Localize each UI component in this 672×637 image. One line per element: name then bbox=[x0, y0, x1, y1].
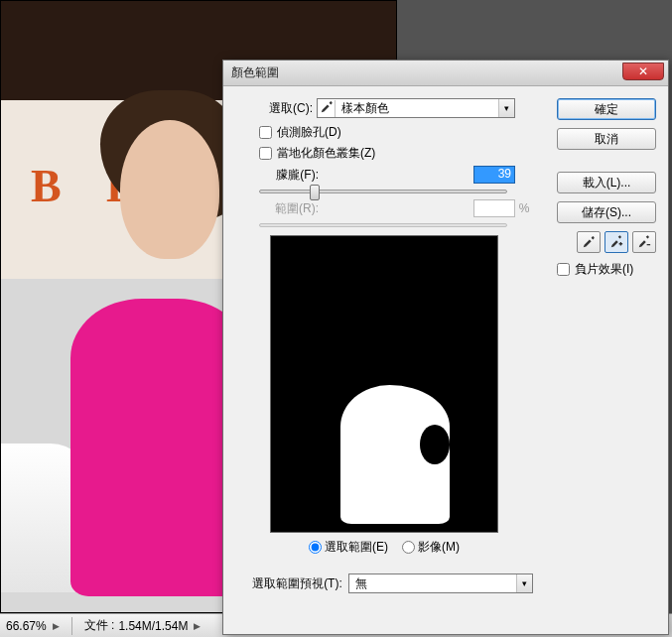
radio-image-input[interactable] bbox=[402, 541, 415, 554]
cancel-button[interactable]: 取消 bbox=[557, 128, 656, 150]
detect-faces-checkbox[interactable]: 偵測臉孔(D) bbox=[259, 124, 533, 141]
range-label: 範圍(R): bbox=[259, 200, 319, 217]
invert-label: 負片效果(I) bbox=[575, 261, 633, 278]
fuzziness-slider[interactable] bbox=[259, 190, 507, 193]
bg-letter: B bbox=[31, 160, 62, 212]
radio-selection[interactable]: 選取範圍(E) bbox=[309, 539, 388, 556]
localized-clusters-label: 當地化顏色叢集(Z) bbox=[277, 145, 375, 162]
eyedropper-plus-icon bbox=[609, 235, 623, 249]
radio-image-label: 影像(M) bbox=[418, 539, 460, 556]
radio-selection-input[interactable] bbox=[309, 541, 322, 554]
invert-checkbox[interactable]: 負片效果(I) bbox=[557, 261, 656, 278]
load-button[interactable]: 載入(L)... bbox=[557, 172, 656, 193]
select-label: 選取(C): bbox=[235, 100, 313, 117]
radio-selection-label: 選取範圍(E) bbox=[325, 539, 388, 556]
detect-faces-label: 偵測臉孔(D) bbox=[277, 124, 341, 141]
chevron-down-icon: ▾ bbox=[498, 99, 514, 117]
doc-size-value: 1.54M/1.54M bbox=[118, 619, 188, 633]
selection-preview-dropdown[interactable]: 無 ▾ bbox=[348, 573, 533, 593]
color-range-dialog: 顏色範圍 ✕ 選取(C): 樣本顏色 ▾ 偵測臉孔 bbox=[222, 60, 669, 635]
selection-preview-value: 無 bbox=[349, 575, 516, 592]
detect-faces-input[interactable] bbox=[259, 126, 272, 139]
eyedropper-sample-button[interactable] bbox=[577, 231, 601, 253]
eyedropper-minus-icon bbox=[637, 235, 651, 249]
doc-size-label: 文件 : bbox=[84, 617, 115, 634]
fuzziness-label: 朦朧(F): bbox=[259, 167, 319, 184]
close-button[interactable]: ✕ bbox=[622, 63, 664, 80]
close-icon: ✕ bbox=[638, 64, 648, 78]
invert-input[interactable] bbox=[557, 263, 570, 276]
range-input bbox=[473, 199, 515, 217]
fuzziness-input[interactable]: 39 bbox=[473, 166, 515, 184]
ok-button[interactable]: 確定 bbox=[557, 98, 656, 120]
chevron-down-icon: ▾ bbox=[516, 574, 532, 592]
zoom-level[interactable]: 66.67% bbox=[6, 619, 47, 633]
localized-clusters-checkbox[interactable]: 當地化顏色叢集(Z) bbox=[259, 145, 533, 162]
range-unit: % bbox=[515, 201, 533, 215]
save-button[interactable]: 儲存(S)... bbox=[557, 201, 656, 223]
selection-preview-label: 選取範圍預視(T): bbox=[235, 575, 342, 592]
fuzziness-slider-thumb[interactable] bbox=[310, 185, 320, 200]
localized-clusters-input[interactable] bbox=[259, 147, 272, 160]
zoom-dropdown-icon[interactable]: ▶ bbox=[53, 621, 60, 631]
eyedropper-icon bbox=[582, 235, 596, 249]
dialog-title: 顏色範圍 bbox=[231, 64, 279, 81]
doc-info-dropdown-icon[interactable]: ▶ bbox=[194, 621, 201, 631]
eyedropper-icon bbox=[318, 100, 336, 117]
select-value: 樣本顏色 bbox=[336, 100, 498, 117]
select-dropdown[interactable]: 樣本顏色 ▾ bbox=[317, 98, 515, 118]
eyedropper-subtract-button[interactable] bbox=[632, 231, 656, 253]
dialog-titlebar[interactable]: 顏色範圍 ✕ bbox=[223, 61, 668, 86]
radio-image[interactable]: 影像(M) bbox=[402, 539, 460, 556]
eyedropper-add-button[interactable] bbox=[605, 231, 628, 253]
range-slider bbox=[259, 223, 507, 227]
selection-preview bbox=[270, 235, 498, 533]
